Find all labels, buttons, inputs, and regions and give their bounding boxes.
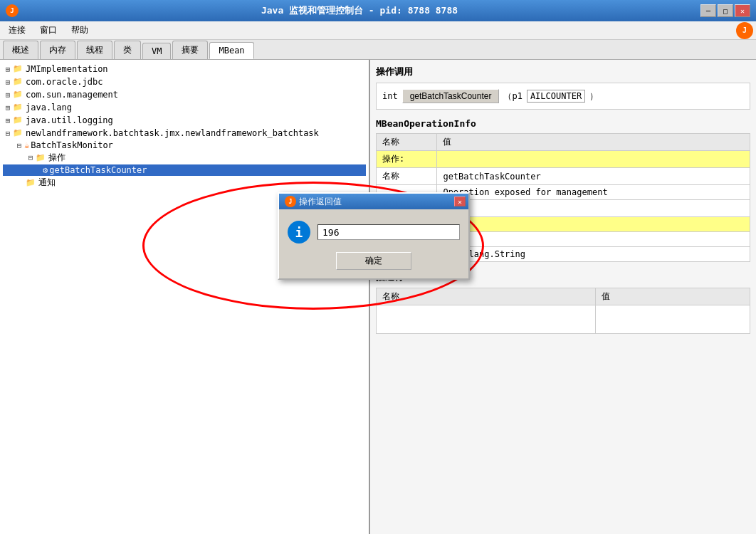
tree-item-notifications[interactable]: 通知 [3,176,366,189]
menu-item-window[interactable]: 窗口 [34,23,63,38]
folder-icon-notifications [26,177,37,189]
descriptor-col-value: 值 [595,288,750,305]
tab-mbean[interactable]: MBean [209,42,253,59]
window-title: Java 监视和管理控制台 - pid: 8788 8788 [19,4,700,17]
op-param-prefix: （p1 [503,90,522,103]
expand-icon-java-lang: ⊞ [3,103,13,112]
mbean-section-title: MBeanOperationInfo [376,118,750,129]
folder-icon-java-util-logging [13,115,24,126]
op-param-value[interactable]: AILCOUNTER [527,90,585,103]
tab-vm[interactable]: VM [142,43,171,59]
tree-panel: ⊞ JMImplementation ⊞ com.oracle.jdbc ⊞ c… [0,60,370,534]
mbean-row-0: 操作: [377,151,750,168]
info-icon: i [288,221,310,244]
folder-icon-operations [36,152,47,164]
mbean-cell-6-value: java.lang.String [437,247,750,262]
tree-label-oracle-jdbc: com.oracle.jdbc [26,77,103,87]
folder-icon-jmimplementation [13,63,24,75]
menu-right: J [736,22,753,39]
tree-label-batchtaskmonitor: BatchTaskMonitor [31,140,113,150]
main-content: ⊞ JMImplementation ⊞ com.oracle.jdbc ⊞ c… [0,60,756,534]
dialog-close-button[interactable]: ✕ [454,197,466,206]
mbean-cell-1-value: getBatchTaskCounter [437,168,750,185]
mbean-cell-2-value: Operation exposed for management [437,185,750,200]
dialog-title-left: J 操作返回值 [285,196,342,208]
tree-item-batchtaskmonitor[interactable]: ⊟ ☕ BatchTaskMonitor [3,140,366,151]
descriptor-empty-name [377,305,596,334]
window-close-button[interactable]: ✕ [735,4,750,17]
tree-item-sun-management[interactable]: ⊞ com.sun.management [3,88,366,101]
tab-threads[interactable]: 线程 [77,41,112,59]
op-section-title: 操作调用 [376,66,750,78]
folder-icon-oracle-jdbc [13,76,24,88]
menu-bar: 连接 窗口 帮助 J [0,21,756,40]
tree-label-getbatchtaskcounter: getBatchTaskCounter [49,165,147,175]
mbean-cell-0-value [437,151,750,168]
tab-summary[interactable]: 摘要 [172,41,208,59]
dialog-title-bar: J 操作返回值 ✕ [279,194,468,209]
tree-label-java-lang: java.lang [26,103,72,112]
mbean-cell-5-value [437,232,750,247]
tree-label-java-util-logging: java.util.logging [26,115,113,125]
tree-label-notifications: 通知 [38,177,56,189]
mbean-cell-4-value [437,217,750,232]
tab-memory[interactable]: 内存 [40,41,75,59]
tree-item-java-util-logging[interactable]: ⊞ java.util.logging [3,114,366,127]
maximize-button[interactable]: □ [718,4,733,17]
tree-label-operations: 操作 [48,152,65,164]
mbean-cell-1-name: 名称 [377,168,437,185]
col-header-value: 值 [437,134,750,151]
tree-item-newland[interactable]: ⊟ newlandframework.batchtask.jmx.newland… [3,127,366,140]
descriptor-section: 描述符 名称 值 [376,271,750,334]
mbean-cell-0-name: 操作: [377,151,437,168]
window-controls: ─ □ ✕ [700,4,750,17]
expand-icon-batchtaskmonitor: ⊟ [14,141,24,150]
minimize-button[interactable]: ─ [700,4,716,17]
app-icon: J [6,4,19,17]
menu-item-connect[interactable]: 连接 [3,23,31,38]
expand-icon-sun-management: ⊞ [3,90,13,100]
dialog-box[interactable]: J 操作返回值 ✕ i 196 确定 [278,192,470,280]
tree-item-getbatchtaskcounter[interactable]: ⚙ getBatchTaskCounter [3,164,366,176]
tree-item-jmimplementation[interactable]: ⊞ JMImplementation [3,63,366,75]
op-return-type: int [382,91,398,101]
tree-item-operations-folder[interactable]: ⊟ 操作 [3,151,366,164]
right-panel: 操作调用 int getBatchTaskCounter （p1 AILCOUN… [370,60,756,534]
dialog-content: i 196 确定 [279,209,468,278]
tree-label-jmimplementation: JMImplementation [26,64,108,74]
folder-icon-sun-management [13,89,24,100]
tab-overview[interactable]: 概述 [3,41,38,59]
mbean-cell-3-value [437,200,750,217]
descriptor-col-name: 名称 [377,288,596,305]
tree-item-java-lang[interactable]: ⊞ java.lang [3,101,366,114]
descriptor-table: 名称 值 [376,288,750,334]
dialog-value-field: 196 [317,224,460,240]
col-header-name: 名称 [377,134,437,151]
expand-icon-jmimplementation: ⊞ [3,65,13,74]
dialog-ok-button[interactable]: 确定 [336,252,411,270]
menu-item-help[interactable]: 帮助 [65,23,94,38]
expand-icon-oracle-jdbc: ⊞ [3,78,13,87]
tab-classes[interactable]: 类 [114,41,141,59]
bean-icon-batchtaskmonitor: ☕ [24,140,29,150]
folder-icon-newland [13,127,24,139]
dialog-title-icon: J [285,196,296,207]
java-logo: J [736,22,753,39]
tree-label-sun-management: com.sun.management [26,90,118,100]
op-invoke-button[interactable]: getBatchTaskCounter [402,89,500,103]
tab-bar: 概述 内存 线程 类 VM 摘要 MBean [0,40,756,60]
method-icon-getbatch: ⚙ [43,165,48,175]
dialog-title-text: 操作返回值 [299,196,342,208]
dialog-info-row: i 196 [288,221,460,244]
folder-icon-java-lang [13,102,24,113]
tree-label-newland: newlandframework.batchtask.jmx.newlandfr… [26,128,319,138]
tree-item-oracle-jdbc[interactable]: ⊞ com.oracle.jdbc [3,75,366,88]
title-bar: J Java 监视和管理控制台 - pid: 8788 8788 ─ □ ✕ [0,0,756,21]
op-invoke-area: int getBatchTaskCounter （p1 AILCOUNTER ） [376,83,750,110]
expand-icon-operations: ⊟ [26,153,36,162]
descriptor-empty-row [377,305,750,334]
descriptor-empty-value [595,305,750,334]
op-param-suffix: ） [589,90,598,103]
expand-icon-newland: ⊟ [3,129,13,138]
expand-icon-java-util-logging: ⊞ [3,116,13,125]
